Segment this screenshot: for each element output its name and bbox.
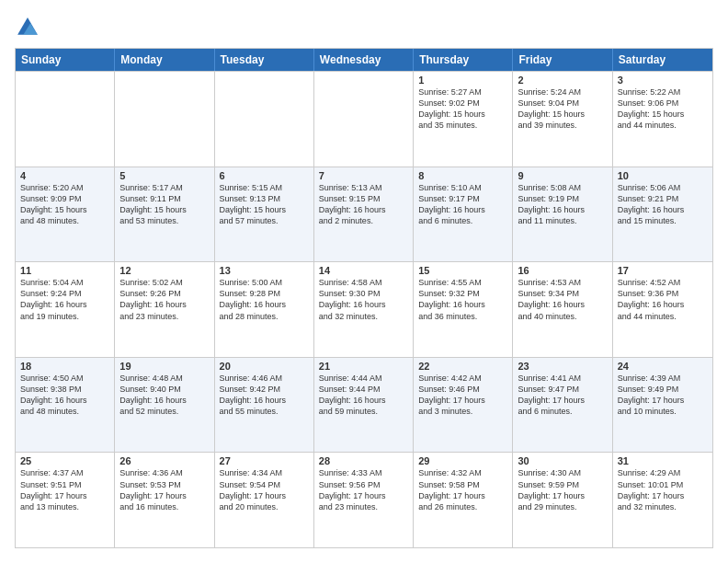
day-number: 16	[518, 265, 607, 276]
day-number: 1	[418, 75, 507, 86]
day-cell-4: 4Sunrise: 5:20 AM Sunset: 9:09 PM Daylig…	[16, 167, 115, 262]
day-number: 5	[119, 170, 209, 181]
day-number: 10	[618, 170, 708, 181]
day-info: Sunrise: 4:41 AM Sunset: 9:47 PM Dayligh…	[518, 373, 607, 418]
day-info: Sunrise: 5:13 AM Sunset: 9:15 PM Dayligh…	[319, 182, 408, 227]
day-cell-22: 22Sunrise: 4:42 AM Sunset: 9:46 PM Dayli…	[414, 358, 513, 453]
day-cell-5: 5Sunrise: 5:17 AM Sunset: 9:11 PM Daylig…	[115, 167, 214, 262]
day-info: Sunrise: 4:50 AM Sunset: 9:38 PM Dayligh…	[20, 373, 109, 418]
header-day-monday: Monday	[115, 49, 214, 71]
day-cell-18: 18Sunrise: 4:50 AM Sunset: 9:38 PM Dayli…	[16, 358, 115, 453]
day-cell-20: 20Sunrise: 4:46 AM Sunset: 9:42 PM Dayli…	[215, 358, 314, 453]
day-cell-31: 31Sunrise: 4:29 AM Sunset: 10:01 PM Dayl…	[613, 453, 712, 547]
day-info: Sunrise: 5:02 AM Sunset: 9:26 PM Dayligh…	[119, 277, 209, 322]
day-number: 20	[220, 361, 309, 372]
logo	[15, 15, 44, 40]
header-day-sunday: Sunday	[16, 49, 115, 71]
day-number: 3	[618, 75, 708, 86]
day-info: Sunrise: 5:22 AM Sunset: 9:06 PM Dayligh…	[618, 86, 708, 132]
day-number: 7	[319, 170, 408, 181]
day-info: Sunrise: 5:06 AM Sunset: 9:21 PM Dayligh…	[618, 182, 708, 227]
day-number: 6	[220, 170, 309, 181]
day-cell-25: 25Sunrise: 4:37 AM Sunset: 9:51 PM Dayli…	[16, 453, 115, 547]
day-cell-27: 27Sunrise: 4:34 AM Sunset: 9:54 PM Dayli…	[215, 453, 314, 547]
day-cell-15: 15Sunrise: 4:55 AM Sunset: 9:32 PM Dayli…	[414, 262, 513, 357]
calendar-body: 1Sunrise: 5:27 AM Sunset: 9:02 PM Daylig…	[16, 71, 712, 547]
day-info: Sunrise: 4:29 AM Sunset: 10:01 PM Daylig…	[618, 467, 708, 512]
day-info: Sunrise: 4:52 AM Sunset: 9:36 PM Dayligh…	[618, 277, 708, 322]
day-number: 12	[119, 265, 209, 276]
header-day-friday: Friday	[513, 49, 612, 71]
day-number: 30	[518, 455, 607, 466]
day-number: 22	[418, 361, 507, 372]
day-info: Sunrise: 5:08 AM Sunset: 9:19 PM Dayligh…	[518, 182, 607, 227]
day-info: Sunrise: 5:20 AM Sunset: 9:09 PM Dayligh…	[20, 182, 109, 227]
day-cell-11: 11Sunrise: 5:04 AM Sunset: 9:24 PM Dayli…	[16, 262, 115, 357]
day-info: Sunrise: 4:30 AM Sunset: 9:59 PM Dayligh…	[518, 467, 607, 512]
calendar-row-5: 25Sunrise: 4:37 AM Sunset: 9:51 PM Dayli…	[16, 452, 712, 547]
day-info: Sunrise: 4:36 AM Sunset: 9:53 PM Dayligh…	[119, 467, 209, 512]
day-cell-8: 8Sunrise: 5:10 AM Sunset: 9:17 PM Daylig…	[414, 167, 513, 262]
empty-cell-r0c2	[215, 72, 314, 167]
day-info: Sunrise: 5:27 AM Sunset: 9:02 PM Dayligh…	[418, 86, 507, 132]
calendar: SundayMondayTuesdayWednesdayThursdayFrid…	[15, 48, 713, 548]
header-day-tuesday: Tuesday	[215, 49, 314, 71]
day-info: Sunrise: 5:00 AM Sunset: 9:28 PM Dayligh…	[220, 277, 309, 322]
day-cell-26: 26Sunrise: 4:36 AM Sunset: 9:53 PM Dayli…	[115, 453, 214, 547]
day-cell-3: 3Sunrise: 5:22 AM Sunset: 9:06 PM Daylig…	[613, 72, 712, 167]
day-number: 28	[319, 455, 408, 466]
day-cell-7: 7Sunrise: 5:13 AM Sunset: 9:15 PM Daylig…	[314, 167, 414, 262]
day-cell-14: 14Sunrise: 4:58 AM Sunset: 9:30 PM Dayli…	[314, 262, 414, 357]
empty-cell-r0c1	[115, 72, 214, 167]
empty-cell-r0c3	[314, 72, 414, 167]
day-info: Sunrise: 4:37 AM Sunset: 9:51 PM Dayligh…	[20, 467, 109, 512]
calendar-row-4: 18Sunrise: 4:50 AM Sunset: 9:38 PM Dayli…	[16, 357, 712, 453]
day-cell-2: 2Sunrise: 5:24 AM Sunset: 9:04 PM Daylig…	[513, 72, 612, 167]
day-number: 15	[418, 265, 507, 276]
day-number: 27	[220, 455, 309, 466]
day-number: 19	[119, 361, 209, 372]
day-number: 9	[518, 170, 607, 181]
day-cell-19: 19Sunrise: 4:48 AM Sunset: 9:40 PM Dayli…	[115, 358, 214, 453]
day-info: Sunrise: 4:46 AM Sunset: 9:42 PM Dayligh…	[220, 373, 309, 418]
day-number: 31	[618, 455, 708, 466]
day-number: 17	[618, 265, 708, 276]
day-number: 2	[518, 75, 607, 86]
day-info: Sunrise: 5:17 AM Sunset: 9:11 PM Dayligh…	[119, 182, 209, 227]
day-number: 8	[418, 170, 507, 181]
day-number: 23	[518, 361, 607, 372]
day-cell-29: 29Sunrise: 4:32 AM Sunset: 9:58 PM Dayli…	[414, 453, 513, 547]
day-info: Sunrise: 4:44 AM Sunset: 9:44 PM Dayligh…	[319, 373, 408, 418]
day-number: 11	[20, 265, 109, 276]
day-number: 13	[220, 265, 309, 276]
day-info: Sunrise: 4:55 AM Sunset: 9:32 PM Dayligh…	[418, 277, 507, 322]
day-cell-10: 10Sunrise: 5:06 AM Sunset: 9:21 PM Dayli…	[613, 167, 712, 262]
header-day-saturday: Saturday	[613, 49, 712, 71]
day-info: Sunrise: 4:39 AM Sunset: 9:49 PM Dayligh…	[618, 373, 708, 418]
day-number: 25	[20, 455, 109, 466]
day-cell-9: 9Sunrise: 5:08 AM Sunset: 9:19 PM Daylig…	[513, 167, 612, 262]
day-cell-13: 13Sunrise: 5:00 AM Sunset: 9:28 PM Dayli…	[215, 262, 314, 357]
day-number: 18	[20, 361, 109, 372]
day-cell-24: 24Sunrise: 4:39 AM Sunset: 9:49 PM Dayli…	[613, 358, 712, 453]
day-cell-6: 6Sunrise: 5:15 AM Sunset: 9:13 PM Daylig…	[215, 167, 314, 262]
day-info: Sunrise: 4:42 AM Sunset: 9:46 PM Dayligh…	[418, 373, 507, 418]
header-day-thursday: Thursday	[414, 49, 513, 71]
day-cell-16: 16Sunrise: 4:53 AM Sunset: 9:34 PM Dayli…	[513, 262, 612, 357]
day-cell-17: 17Sunrise: 4:52 AM Sunset: 9:36 PM Dayli…	[613, 262, 712, 357]
header-day-wednesday: Wednesday	[314, 49, 414, 71]
calendar-header: SundayMondayTuesdayWednesdayThursdayFrid…	[16, 49, 712, 71]
day-info: Sunrise: 4:48 AM Sunset: 9:40 PM Dayligh…	[119, 373, 209, 418]
day-cell-23: 23Sunrise: 4:41 AM Sunset: 9:47 PM Dayli…	[513, 358, 612, 453]
day-info: Sunrise: 4:53 AM Sunset: 9:34 PM Dayligh…	[518, 277, 607, 322]
day-info: Sunrise: 5:10 AM Sunset: 9:17 PM Dayligh…	[418, 182, 507, 227]
day-info: Sunrise: 5:15 AM Sunset: 9:13 PM Dayligh…	[220, 182, 309, 227]
day-cell-1: 1Sunrise: 5:27 AM Sunset: 9:02 PM Daylig…	[414, 72, 513, 167]
day-number: 29	[418, 455, 507, 466]
day-number: 4	[20, 170, 109, 181]
day-info: Sunrise: 4:33 AM Sunset: 9:56 PM Dayligh…	[319, 467, 408, 512]
day-info: Sunrise: 4:32 AM Sunset: 9:58 PM Dayligh…	[418, 467, 507, 512]
header	[15, 15, 713, 40]
day-cell-12: 12Sunrise: 5:02 AM Sunset: 9:26 PM Dayli…	[115, 262, 214, 357]
day-number: 21	[319, 361, 408, 372]
